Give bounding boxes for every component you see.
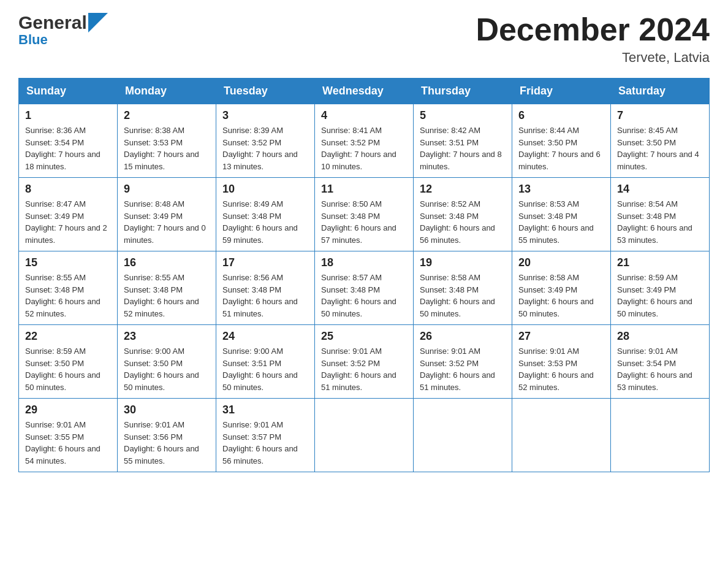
day-cell: 12Sunrise: 8:52 AMSunset: 3:48 PMDayligh…: [414, 178, 512, 251]
week-row-2: 8Sunrise: 8:47 AMSunset: 3:49 PMDaylight…: [19, 178, 710, 251]
day-info: Sunrise: 8:48 AMSunset: 3:49 PMDaylight:…: [124, 198, 210, 246]
day-number: 12: [420, 183, 506, 196]
day-info: Sunrise: 9:01 AMSunset: 3:53 PMDaylight:…: [518, 345, 604, 393]
week-row-5: 29Sunrise: 9:01 AMSunset: 3:55 PMDayligh…: [19, 399, 710, 472]
day-info: Sunrise: 8:58 AMSunset: 3:49 PMDaylight:…: [518, 272, 604, 320]
day-cell: 30Sunrise: 9:01 AMSunset: 3:56 PMDayligh…: [118, 399, 216, 472]
day-cell: 11Sunrise: 8:50 AMSunset: 3:48 PMDayligh…: [315, 178, 414, 251]
day-info: Sunrise: 8:45 AMSunset: 3:50 PMDaylight:…: [617, 124, 703, 172]
day-number: 11: [321, 183, 407, 196]
day-cell: 17Sunrise: 8:56 AMSunset: 3:48 PMDayligh…: [216, 251, 315, 325]
day-number: 22: [25, 330, 111, 343]
day-number: 16: [124, 256, 210, 269]
day-info: Sunrise: 8:47 AMSunset: 3:49 PMDaylight:…: [25, 198, 111, 246]
day-number: 7: [617, 109, 703, 122]
day-cell: 29Sunrise: 9:01 AMSunset: 3:55 PMDayligh…: [19, 399, 118, 472]
day-number: 31: [222, 404, 308, 416]
week-row-3: 15Sunrise: 8:55 AMSunset: 3:48 PMDayligh…: [19, 251, 710, 325]
day-number: 28: [617, 330, 703, 343]
day-info: Sunrise: 8:42 AMSunset: 3:51 PMDaylight:…: [420, 124, 506, 172]
day-info: Sunrise: 9:01 AMSunset: 3:52 PMDaylight:…: [321, 345, 407, 393]
header-row: SundayMondayTuesdayWednesdayThursdayFrid…: [19, 79, 710, 104]
day-info: Sunrise: 9:01 AMSunset: 3:52 PMDaylight:…: [420, 345, 506, 393]
day-number: 1: [25, 109, 111, 122]
day-cell: 23Sunrise: 9:00 AMSunset: 3:50 PMDayligh…: [118, 325, 216, 399]
day-number: 13: [518, 183, 604, 196]
logo-blue-text: Blue: [18, 32, 48, 48]
day-number: 18: [321, 256, 407, 269]
location-text: Tervete, Latvia: [476, 50, 710, 66]
day-number: 29: [25, 404, 111, 416]
day-info: Sunrise: 8:49 AMSunset: 3:48 PMDaylight:…: [222, 198, 308, 246]
day-number: 3: [222, 109, 308, 122]
day-cell: 3Sunrise: 8:39 AMSunset: 3:52 PMDaylight…: [216, 104, 315, 178]
day-number: 30: [124, 404, 210, 416]
title-area: December 2024 Tervete, Latvia: [476, 12, 710, 66]
day-info: Sunrise: 8:41 AMSunset: 3:52 PMDaylight:…: [321, 124, 407, 172]
day-cell: 4Sunrise: 8:41 AMSunset: 3:52 PMDaylight…: [315, 104, 414, 178]
day-number: 27: [518, 330, 604, 343]
day-cell: [512, 399, 611, 472]
day-number: 4: [321, 109, 407, 122]
day-number: 2: [124, 109, 210, 122]
day-cell: 21Sunrise: 8:59 AMSunset: 3:49 PMDayligh…: [611, 251, 710, 325]
day-number: 21: [617, 256, 703, 269]
day-cell: [611, 399, 710, 472]
day-cell: [414, 399, 512, 472]
day-cell: 5Sunrise: 8:42 AMSunset: 3:51 PMDaylight…: [414, 104, 512, 178]
day-number: 14: [617, 183, 703, 196]
day-info: Sunrise: 8:39 AMSunset: 3:52 PMDaylight:…: [222, 124, 308, 172]
day-info: Sunrise: 8:58 AMSunset: 3:48 PMDaylight:…: [420, 272, 506, 320]
day-info: Sunrise: 8:36 AMSunset: 3:54 PMDaylight:…: [25, 124, 111, 172]
day-info: Sunrise: 8:55 AMSunset: 3:48 PMDaylight:…: [124, 272, 210, 320]
week-row-4: 22Sunrise: 8:59 AMSunset: 3:50 PMDayligh…: [19, 325, 710, 399]
header-tuesday: Tuesday: [216, 79, 315, 104]
day-cell: 31Sunrise: 9:01 AMSunset: 3:57 PMDayligh…: [216, 399, 315, 472]
week-row-1: 1Sunrise: 8:36 AMSunset: 3:54 PMDaylight…: [19, 104, 710, 178]
day-cell: 10Sunrise: 8:49 AMSunset: 3:48 PMDayligh…: [216, 178, 315, 251]
day-cell: 9Sunrise: 8:48 AMSunset: 3:49 PMDaylight…: [118, 178, 216, 251]
day-cell: 6Sunrise: 8:44 AMSunset: 3:50 PMDaylight…: [512, 104, 611, 178]
day-info: Sunrise: 8:44 AMSunset: 3:50 PMDaylight:…: [518, 124, 604, 172]
day-cell: 19Sunrise: 8:58 AMSunset: 3:48 PMDayligh…: [414, 251, 512, 325]
day-cell: 13Sunrise: 8:53 AMSunset: 3:48 PMDayligh…: [512, 178, 611, 251]
day-number: 8: [25, 183, 111, 196]
logo-general-text: General: [18, 12, 87, 33]
header-monday: Monday: [118, 79, 216, 104]
day-cell: 18Sunrise: 8:57 AMSunset: 3:48 PMDayligh…: [315, 251, 414, 325]
day-number: 5: [420, 109, 506, 122]
day-cell: [315, 399, 414, 472]
day-info: Sunrise: 8:38 AMSunset: 3:53 PMDaylight:…: [124, 124, 210, 172]
day-number: 23: [124, 330, 210, 343]
page-header: General Blue December 2024 Tervete, Latv…: [18, 12, 710, 66]
day-number: 19: [420, 256, 506, 269]
day-number: 10: [222, 183, 308, 196]
calendar-table: SundayMondayTuesdayWednesdayThursdayFrid…: [18, 78, 710, 472]
day-info: Sunrise: 8:50 AMSunset: 3:48 PMDaylight:…: [321, 198, 407, 246]
day-cell: 27Sunrise: 9:01 AMSunset: 3:53 PMDayligh…: [512, 325, 611, 399]
day-number: 20: [518, 256, 604, 269]
day-info: Sunrise: 9:00 AMSunset: 3:51 PMDaylight:…: [222, 345, 308, 393]
day-info: Sunrise: 9:01 AMSunset: 3:55 PMDaylight:…: [25, 419, 111, 467]
day-info: Sunrise: 8:52 AMSunset: 3:48 PMDaylight:…: [420, 198, 506, 246]
day-cell: 7Sunrise: 8:45 AMSunset: 3:50 PMDaylight…: [611, 104, 710, 178]
day-cell: 22Sunrise: 8:59 AMSunset: 3:50 PMDayligh…: [19, 325, 118, 399]
day-number: 15: [25, 256, 111, 269]
day-cell: 8Sunrise: 8:47 AMSunset: 3:49 PMDaylight…: [19, 178, 118, 251]
day-info: Sunrise: 8:53 AMSunset: 3:48 PMDaylight:…: [518, 198, 604, 246]
header-sunday: Sunday: [19, 79, 118, 104]
day-info: Sunrise: 9:00 AMSunset: 3:50 PMDaylight:…: [124, 345, 210, 393]
day-info: Sunrise: 8:56 AMSunset: 3:48 PMDaylight:…: [222, 272, 308, 320]
day-number: 25: [321, 330, 407, 343]
day-info: Sunrise: 9:01 AMSunset: 3:54 PMDaylight:…: [617, 345, 703, 393]
month-title: December 2024: [476, 12, 710, 47]
day-info: Sunrise: 9:01 AMSunset: 3:56 PMDaylight:…: [124, 419, 210, 467]
day-info: Sunrise: 9:01 AMSunset: 3:57 PMDaylight:…: [222, 419, 308, 467]
day-info: Sunrise: 8:54 AMSunset: 3:48 PMDaylight:…: [617, 198, 703, 246]
day-cell: 16Sunrise: 8:55 AMSunset: 3:48 PMDayligh…: [118, 251, 216, 325]
day-cell: 26Sunrise: 9:01 AMSunset: 3:52 PMDayligh…: [414, 325, 512, 399]
day-cell: 25Sunrise: 9:01 AMSunset: 3:52 PMDayligh…: [315, 325, 414, 399]
header-wednesday: Wednesday: [315, 79, 414, 104]
header-thursday: Thursday: [414, 79, 512, 104]
day-number: 17: [222, 256, 308, 269]
